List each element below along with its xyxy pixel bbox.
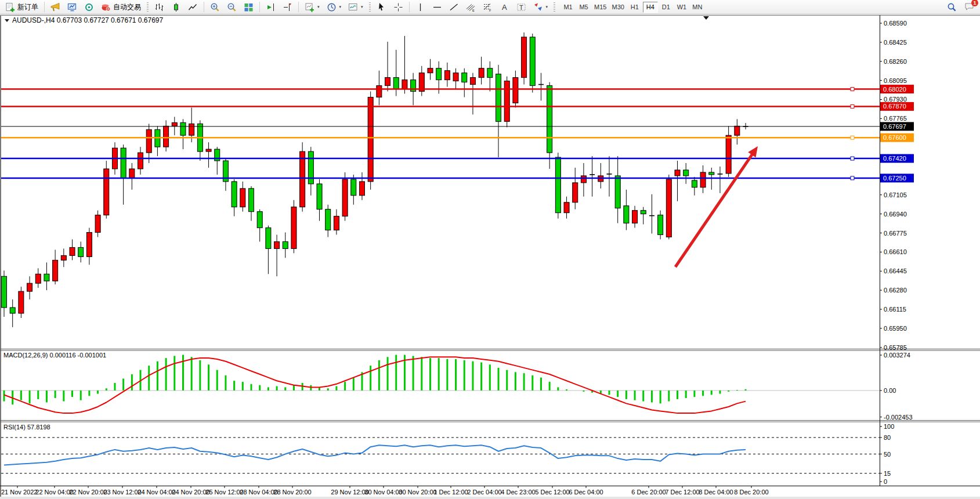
bar-chart-type-button[interactable] bbox=[151, 1, 167, 13]
svg-text:0.68425: 0.68425 bbox=[884, 39, 907, 46]
chat-button[interactable]: 1 bbox=[964, 2, 974, 13]
dropdown-arrow-icon: ▾ bbox=[361, 5, 363, 9]
rsi-indicator-label: RSI(14) 57.8198 bbox=[3, 424, 50, 431]
line-chart-icon bbox=[188, 2, 198, 12]
signal-button[interactable] bbox=[81, 1, 97, 13]
timeframe-button-h4[interactable]: H4 bbox=[643, 2, 658, 13]
auto-trading-button[interactable]: 自动交易 bbox=[98, 1, 144, 13]
level-handle[interactable] bbox=[851, 176, 854, 180]
svg-text:1 Dec 12:00: 1 Dec 12:00 bbox=[433, 489, 468, 496]
level-handle[interactable] bbox=[851, 88, 854, 91]
auto-scroll-button[interactable] bbox=[263, 1, 279, 13]
dropdown-arrow-icon: ▾ bbox=[317, 5, 320, 9]
svg-text:6 Dec 04:00: 6 Dec 04:00 bbox=[569, 489, 603, 496]
alert-horn-button[interactable] bbox=[48, 1, 63, 13]
level-handle[interactable] bbox=[851, 136, 854, 139]
tile-windows-button[interactable] bbox=[241, 1, 256, 13]
line-chart-type-button[interactable] bbox=[185, 1, 201, 13]
svg-text:28 Nov 20:00: 28 Nov 20:00 bbox=[273, 489, 311, 496]
toolbar-drag-handle[interactable] bbox=[554, 2, 555, 12]
svg-text:22 Nov 04:00: 22 Nov 04:00 bbox=[35, 489, 73, 496]
timeframe-button-h1[interactable]: H1 bbox=[627, 2, 642, 13]
new-order-label: 新订单 bbox=[17, 2, 38, 12]
toolbar-drag-handle[interactable] bbox=[147, 2, 149, 12]
svg-text:0.66940: 0.66940 bbox=[884, 211, 907, 218]
search-button[interactable] bbox=[944, 1, 960, 13]
svg-text:6 Dec 20:00: 6 Dec 20:00 bbox=[631, 489, 666, 496]
chart-menu-arrow-icon[interactable] bbox=[703, 16, 709, 20]
svg-text:F: F bbox=[489, 9, 491, 12]
text-a-icon: A bbox=[500, 2, 509, 12]
timeframe-button-m1[interactable]: M1 bbox=[560, 2, 576, 13]
new-chart-icon bbox=[305, 2, 314, 12]
timeframe-button-w1[interactable]: W1 bbox=[674, 2, 689, 13]
clock-icon bbox=[327, 2, 337, 12]
svg-text:E: E bbox=[472, 9, 475, 12]
timeframe-button-mn[interactable]: MN bbox=[690, 2, 705, 13]
timeframe-button-d1[interactable]: D1 bbox=[659, 2, 674, 13]
timeframe-button-m5[interactable]: M5 bbox=[576, 2, 591, 13]
zoom-in-button[interactable] bbox=[207, 1, 223, 13]
label-tool-button[interactable]: T bbox=[513, 1, 529, 13]
svg-text:25 Nov 12:00: 25 Nov 12:00 bbox=[205, 489, 243, 496]
crosshair-icon bbox=[393, 2, 403, 12]
bar-chart-icon bbox=[154, 2, 164, 12]
trendline-tool-button[interactable] bbox=[446, 1, 462, 13]
market-watch-button[interactable] bbox=[64, 1, 80, 13]
equidistant-channel-icon: E bbox=[466, 2, 476, 12]
svg-text:15: 15 bbox=[884, 470, 891, 477]
template-icon bbox=[348, 2, 358, 12]
trendline-icon bbox=[449, 2, 459, 12]
cursor-button[interactable] bbox=[374, 1, 389, 13]
toolbar: 新订单 自动交易 ▾ ▾ ▾ E F A T ▾ M1M5M15M30H1H4D… bbox=[0, 0, 980, 15]
crosshair-button[interactable] bbox=[390, 1, 406, 13]
chart-shift-icon bbox=[283, 2, 292, 12]
svg-text:7 Dec 12:00: 7 Dec 12:00 bbox=[665, 489, 699, 496]
dropdown-arrow-icon: ▾ bbox=[339, 5, 342, 9]
shapes-icon bbox=[533, 2, 543, 12]
svg-text:0.66445: 0.66445 bbox=[884, 267, 907, 274]
chart-area[interactable]: 0.680200.678700.676970.676000.674200.672… bbox=[0, 0, 980, 499]
timeframe-button-m30[interactable]: M30 bbox=[609, 2, 626, 13]
svg-text:0.66775: 0.66775 bbox=[884, 230, 907, 237]
vertical-line-tool-button[interactable] bbox=[413, 1, 428, 13]
text-label-icon: T bbox=[516, 2, 526, 12]
zoom-out-icon bbox=[227, 2, 237, 12]
cursor-arrow-icon bbox=[377, 2, 386, 12]
auto-trading-label: 自动交易 bbox=[113, 2, 141, 12]
new-order-button[interactable]: 新订单 bbox=[2, 1, 41, 13]
timeframe-button-m15[interactable]: M15 bbox=[592, 2, 609, 13]
fibonacci-tool-button[interactable]: F bbox=[480, 1, 496, 13]
chart-shift-button[interactable] bbox=[280, 1, 295, 13]
symbol-dropdown-icon[interactable] bbox=[5, 19, 9, 22]
level-handle[interactable] bbox=[851, 157, 854, 160]
svg-text:0.65950: 0.65950 bbox=[884, 325, 907, 332]
monitor-chart-icon bbox=[67, 2, 77, 12]
level-handle[interactable] bbox=[851, 104, 854, 108]
svg-text:0.67697: 0.67697 bbox=[883, 123, 906, 130]
new-chart-button[interactable]: ▾ bbox=[302, 1, 323, 13]
text-tool-button[interactable]: A bbox=[497, 1, 512, 13]
chart-title: AUDUSD-,H4 0.67703 0.67727 0.67671 0.676… bbox=[5, 16, 163, 24]
zoom-out-button[interactable] bbox=[224, 1, 240, 13]
templates-button[interactable]: ▾ bbox=[345, 1, 366, 13]
svg-text:0: 0 bbox=[884, 478, 887, 485]
horizontal-line-tool-button[interactable] bbox=[429, 1, 445, 13]
auto-scroll-icon bbox=[266, 2, 276, 12]
signal-circle-icon bbox=[84, 2, 94, 12]
dropdown-arrow-icon: ▾ bbox=[546, 5, 548, 9]
separator bbox=[409, 2, 410, 12]
shapes-tool-button[interactable]: ▾ bbox=[530, 1, 551, 13]
svg-text:30 Nov 04:00: 30 Nov 04:00 bbox=[364, 489, 402, 496]
svg-text:8 Dec 04:00: 8 Dec 04:00 bbox=[699, 489, 733, 496]
candle-chart-type-button[interactable] bbox=[168, 1, 184, 13]
toolbar-drag-handle[interactable] bbox=[369, 2, 371, 12]
svg-text:24 Nov 20:00: 24 Nov 20:00 bbox=[172, 489, 209, 496]
zoom-in-icon bbox=[210, 2, 220, 12]
channel-tool-button[interactable]: E bbox=[463, 1, 479, 13]
svg-text:50: 50 bbox=[884, 451, 891, 458]
svg-text:2 Dec 04:00: 2 Dec 04:00 bbox=[467, 489, 501, 496]
auto-trading-icon bbox=[101, 2, 111, 12]
svg-text:8 Dec 20:00: 8 Dec 20:00 bbox=[734, 489, 768, 496]
periods-button[interactable]: ▾ bbox=[324, 1, 345, 13]
